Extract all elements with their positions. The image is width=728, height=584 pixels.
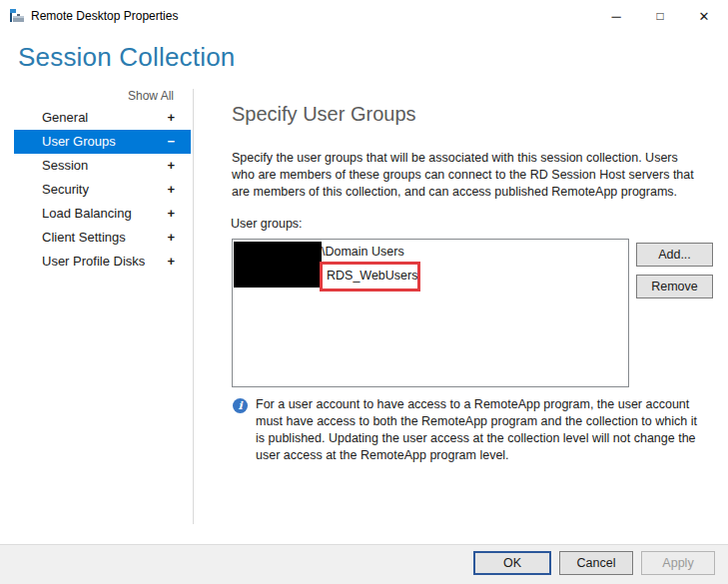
sidebar-item-label: General [42,110,88,125]
apply-button[interactable]: Apply [641,551,715,575]
user-groups-listbox[interactable]: \Domain Users RDS_WebUsers [232,239,629,387]
close-button[interactable]: ✕ [682,0,726,32]
expand-icon[interactable]: + [167,226,175,250]
add-button[interactable]: Add... [636,243,713,267]
sidebar-divider [193,89,194,524]
sidebar-nav: General + User Groups − Session + Securi… [14,106,191,274]
cancel-button[interactable]: Cancel [559,551,633,575]
minimize-button[interactable]: ─ [594,0,638,32]
expand-icon[interactable]: + [167,154,175,178]
sidebar-item-label: Session [42,158,88,173]
sidebar-item-label: Load Balancing [42,206,132,221]
expand-icon[interactable]: + [167,178,175,202]
expand-icon[interactable]: + [167,202,175,226]
user-groups-label: User groups: [231,217,303,231]
sidebar-item-user-profile-disks[interactable]: User Profile Disks + [14,250,191,274]
show-all-link[interactable]: Show All [0,89,174,103]
sidebar-item-label: Client Settings [42,230,126,245]
window-controls: ─ □ ✕ [594,0,726,32]
server-manager-icon [9,8,25,24]
redaction-block [234,242,322,288]
info-note: For a user account to have access to a R… [256,396,701,464]
expand-icon[interactable]: + [167,250,175,274]
sidebar-item-label: Security [42,182,89,197]
sidebar-item-client-settings[interactable]: Client Settings + [14,226,191,250]
remove-button[interactable]: Remove [636,275,713,298]
collapse-icon[interactable]: − [167,130,175,154]
section-description: Specify the user groups that will be ass… [232,150,701,201]
maximize-button[interactable]: □ [638,0,682,32]
sidebar-item-session[interactable]: Session + [14,154,191,178]
remote-desktop-properties-window: Remote Desktop Properties ─ □ ✕ Session … [0,0,728,584]
sidebar-item-user-groups[interactable]: User Groups − [14,130,191,154]
window-title: Remote Desktop Properties [31,0,178,32]
expand-icon[interactable]: + [167,106,175,130]
sidebar-item-load-balancing[interactable]: Load Balancing + [14,202,191,226]
user-group-item[interactable]: \Domain Users [322,245,404,259]
title-bar[interactable]: Remote Desktop Properties ─ □ ✕ [0,0,728,32]
sidebar-item-security[interactable]: Security + [14,178,191,202]
sidebar-item-general[interactable]: General + [14,106,191,130]
highlight-annotation-box [320,262,420,292]
sidebar-item-label: User Profile Disks [42,254,145,269]
page-title: Session Collection [18,42,236,73]
section-heading: Specify User Groups [232,103,416,126]
info-icon: i [233,398,248,413]
ok-button[interactable]: OK [473,551,551,575]
sidebar-item-label: User Groups [42,134,116,149]
